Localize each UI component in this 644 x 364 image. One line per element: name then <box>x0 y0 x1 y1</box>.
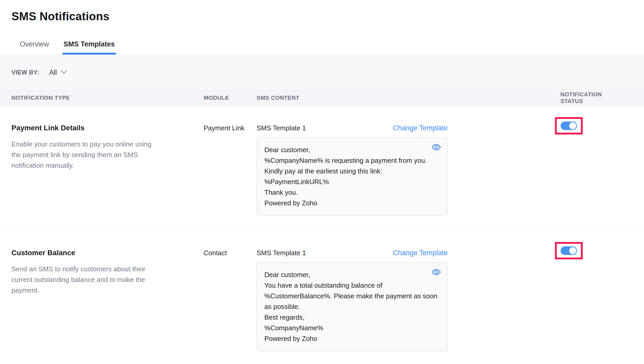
module-cell: Contact <box>204 249 257 257</box>
notification-title: Customer Balance <box>11 249 204 257</box>
notification-type-cell: Customer Balance Send an SMS to notify c… <box>11 249 204 296</box>
sms-line: Dear customer, <box>264 269 439 280</box>
sms-line: %CompanyName% <box>264 323 439 333</box>
notification-toggle-on[interactable] <box>561 246 577 255</box>
annotation-highlight-box <box>555 117 583 134</box>
sms-line: Powered by Zoho <box>264 333 439 344</box>
sms-template-preview-box: Dear customer,%CompanyName% is requestin… <box>257 137 448 216</box>
sms-line: Kindly pay at the earliest using this li… <box>264 166 439 177</box>
sms-line: Dear customer, <box>264 145 439 155</box>
table-header-row: NOTIFICATION TYPE MODULE SMS CONTENT NOT… <box>0 90 644 106</box>
sms-content-cell: SMS Template 1 Change Template Dear cust… <box>257 124 448 216</box>
template-name: SMS Template 1 <box>257 249 306 257</box>
view-by-dropdown[interactable]: All <box>49 69 67 77</box>
toggle-knob <box>569 122 576 129</box>
template-name: SMS Template 1 <box>257 124 306 132</box>
col-header-notification-type: NOTIFICATION TYPE <box>11 95 204 101</box>
view-by-label: VIEW BY: <box>11 69 39 76</box>
template-row: SMS Template 1 Change Template <box>257 249 448 257</box>
notification-description: Enable your customers to pay you online … <box>11 139 161 171</box>
notification-type-cell: Payment Link Details Enable your custome… <box>11 124 204 171</box>
tab-sms-templates[interactable]: SMS Templates <box>64 40 115 55</box>
template-row: SMS Template 1 Change Template <box>257 124 448 132</box>
view-by-value: All <box>49 69 57 77</box>
annotation-highlight-box <box>555 242 583 259</box>
module-cell: Payment Link <box>204 124 257 132</box>
sms-template-preview-box: Dear customer,You have a total outstandi… <box>257 262 448 351</box>
tab-overview[interactable]: Overview <box>20 40 49 55</box>
sms-template-text: Dear customer,%CompanyName% is requestin… <box>264 145 439 208</box>
table-row: Customer Balance Send an SMS to notify c… <box>0 231 644 364</box>
notification-status-cell <box>560 124 583 134</box>
eye-icon[interactable] <box>431 268 441 276</box>
sms-line: Thank you. <box>264 187 439 198</box>
change-template-link[interactable]: Change Template <box>393 124 448 132</box>
sms-line: %PaymentLinkURL% <box>264 177 439 187</box>
sms-template-text: Dear customer,You have a total outstandi… <box>264 269 439 344</box>
sms-line: %CompanyName% is requesting a payment fr… <box>264 155 439 166</box>
notification-title: Payment Link Details <box>11 124 204 132</box>
notification-description: Send an SMS to notify customers about th… <box>11 264 161 296</box>
page-title: SMS Notifications <box>11 9 633 23</box>
page-header: SMS Notifications Overview SMS Templates <box>0 0 644 55</box>
sms-line: Best regards, <box>264 312 439 323</box>
sms-line: Powered by Zoho <box>264 198 439 208</box>
toggle-knob <box>569 247 576 254</box>
col-header-sms-content: SMS CONTENT <box>257 95 560 101</box>
filter-bar: VIEW BY: All <box>0 55 644 90</box>
table-row: Payment Link Details Enable your custome… <box>0 106 644 231</box>
eye-icon[interactable] <box>431 143 441 151</box>
sms-content-cell: SMS Template 1 Change Template Dear cust… <box>257 249 448 351</box>
col-header-module: MODULE <box>204 95 257 101</box>
change-template-link[interactable]: Change Template <box>393 249 448 257</box>
sms-line: as possible. <box>264 301 439 312</box>
sms-line: %CustomerBalance%. Please make the payme… <box>264 291 439 301</box>
chevron-down-icon <box>61 70 67 75</box>
sms-line: You have a total outstanding balance of <box>264 280 439 291</box>
tab-bar: Overview SMS Templates <box>11 40 633 55</box>
col-header-notification-status: NOTIFICATION STATUS <box>560 91 625 105</box>
notification-status-cell <box>560 249 583 259</box>
notification-toggle-on[interactable] <box>561 122 577 130</box>
